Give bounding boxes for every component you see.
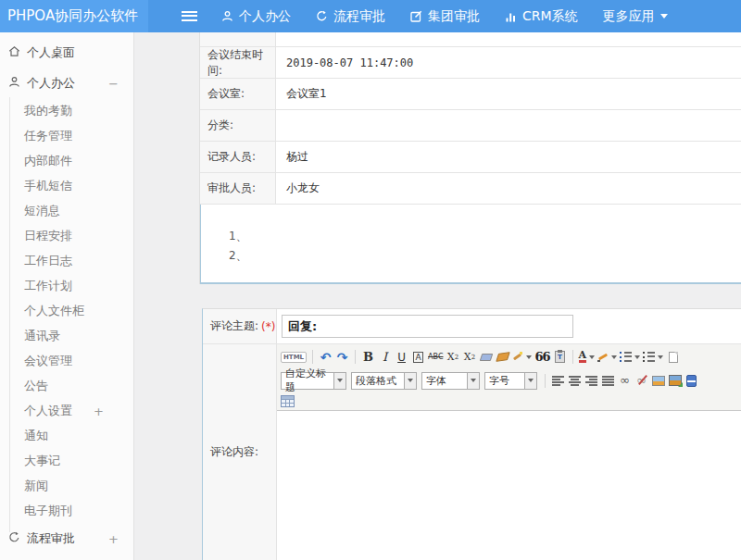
subscript-button[interactable]: X2 bbox=[462, 349, 476, 366]
sidebar-item-work-plan[interactable]: 工作计划 bbox=[0, 273, 133, 298]
toolbar-separator bbox=[312, 350, 313, 364]
insert-image-icon[interactable] bbox=[651, 372, 665, 389]
format-brush-icon[interactable] bbox=[496, 349, 509, 366]
bold-button[interactable]: B bbox=[361, 349, 375, 366]
boxed-a-label: A bbox=[413, 352, 422, 363]
app-window: PHPOA协同办公软件 个人办公 流程审批 集团审批 CRM系统 更多应用 bbox=[0, 0, 741, 560]
html-source-button[interactable]: HTML bbox=[281, 349, 307, 366]
caret-down-icon bbox=[634, 355, 640, 359]
insert-table-icon[interactable] bbox=[281, 392, 295, 409]
nav-crm-system[interactable]: CRM系统 bbox=[505, 8, 578, 25]
row-label: 会议室: bbox=[200, 79, 276, 109]
table-row: 会议室: 会议室1 bbox=[200, 79, 741, 110]
paragraph-format-select[interactable]: 段落格式 bbox=[351, 372, 417, 390]
sidebar-item-workflow-approval[interactable]: 流程审批 + bbox=[0, 523, 133, 554]
highlight-color-icon[interactable] bbox=[597, 349, 617, 366]
align-left-icon[interactable] bbox=[551, 372, 565, 389]
home-icon bbox=[8, 45, 20, 60]
sub-label: 2 bbox=[471, 354, 475, 361]
font-family-select[interactable]: 字体 bbox=[421, 372, 480, 390]
heading-select[interactable]: 自定义标题 bbox=[281, 372, 346, 390]
sidebar-item-label: 手机短信 bbox=[24, 178, 72, 194]
sidebar-item-label: 流程审批 bbox=[27, 530, 75, 547]
unordered-list-icon[interactable] bbox=[643, 349, 663, 366]
sidebar-item-big-events[interactable]: 大事记 bbox=[0, 448, 133, 473]
row-label: 分类: bbox=[200, 110, 276, 141]
italic-button[interactable]: I bbox=[378, 349, 392, 366]
nav-personal-office[interactable]: 个人办公 bbox=[221, 8, 291, 25]
border-text-button[interactable]: A bbox=[411, 349, 425, 366]
sidebar-item-label: 个人文件柜 bbox=[24, 303, 84, 319]
sidebar-item-short-message[interactable]: 短消息 bbox=[0, 198, 133, 223]
eraser-icon[interactable] bbox=[479, 349, 493, 366]
ordered-list-icon[interactable] bbox=[620, 349, 640, 366]
font-size-select[interactable]: 字号 bbox=[484, 372, 537, 390]
sidebar-item-notice[interactable]: 通知 bbox=[0, 423, 133, 448]
sidebar-item-meeting-management[interactable]: 会议管理 bbox=[0, 348, 133, 373]
remove-link-icon[interactable] bbox=[634, 372, 648, 389]
align-justify-icon[interactable] bbox=[601, 372, 615, 389]
insert-link-icon[interactable] bbox=[618, 372, 632, 389]
sidebar-item-mobile-sms[interactable]: 手机短信 bbox=[0, 173, 133, 198]
process-arrow-icon bbox=[8, 531, 20, 546]
top-nav: 个人办公 流程审批 集团审批 CRM系统 更多应用 bbox=[221, 8, 668, 25]
sidebar-item-task-management[interactable]: 任务管理 bbox=[0, 123, 133, 148]
hamburger-menu-icon[interactable] bbox=[182, 11, 197, 21]
sidebar-item-schedule[interactable]: 日程安排 bbox=[0, 223, 133, 248]
x-label: X bbox=[447, 351, 455, 363]
row-value bbox=[276, 110, 741, 141]
caret-down-icon[interactable] bbox=[524, 372, 537, 390]
collapse-toggle[interactable]: − bbox=[108, 76, 119, 90]
toolbar-separator bbox=[545, 374, 546, 388]
superscript-button[interactable]: X2 bbox=[446, 349, 459, 366]
sidebar-item-personal-office[interactable]: 个人办公 − bbox=[0, 68, 133, 98]
sidebar-item-label: 工作日志 bbox=[24, 253, 72, 269]
paste-icon[interactable] bbox=[553, 349, 567, 366]
nav-group-approval[interactable]: 集团审批 bbox=[410, 8, 480, 25]
align-center-icon[interactable] bbox=[568, 372, 582, 389]
redo-icon[interactable]: ↷ bbox=[335, 349, 349, 366]
sidebar-item-label: 个人桌面 bbox=[27, 44, 75, 61]
sidebar-item-personal-desktop[interactable]: 个人桌面 bbox=[0, 37, 133, 68]
font-color-button[interactable]: A bbox=[579, 349, 596, 366]
expand-toggle[interactable]: + bbox=[94, 404, 104, 417]
caret-down-icon[interactable] bbox=[404, 372, 417, 390]
comment-content-editarea[interactable] bbox=[277, 411, 741, 560]
sidebar-item-personal-settings[interactable]: 个人设置 + bbox=[0, 398, 133, 423]
quick-format-icon[interactable] bbox=[512, 349, 532, 366]
row-label: 会议结束时间: bbox=[200, 47, 276, 78]
sidebar-item-label: 任务管理 bbox=[24, 128, 72, 144]
sidebar-item-announcement[interactable]: 公告 bbox=[0, 373, 133, 398]
sidebar-item-work-log[interactable]: 工作日志 bbox=[0, 248, 133, 273]
strikethrough-button[interactable]: ABC bbox=[428, 349, 443, 366]
sidebar-item-personal-files[interactable]: 个人文件柜 bbox=[0, 298, 133, 323]
comment-subject-input[interactable] bbox=[282, 315, 573, 338]
insert-media-icon[interactable] bbox=[684, 372, 698, 389]
new-document-icon[interactable] bbox=[666, 349, 680, 366]
caret-down-icon[interactable] bbox=[467, 372, 480, 390]
align-right-icon[interactable] bbox=[584, 372, 598, 389]
edit-square-icon bbox=[410, 10, 422, 22]
main-content: 会议结束时间: 2019-08-07 11:47:00 会议室: 会议室1 分类… bbox=[134, 32, 741, 560]
row-label bbox=[200, 32, 276, 46]
upload-image-icon[interactable] bbox=[668, 372, 682, 389]
undo-icon[interactable]: ↶ bbox=[319, 349, 333, 366]
underline-button[interactable]: U bbox=[395, 349, 408, 366]
nav-more-apps[interactable]: 更多应用 bbox=[603, 8, 668, 25]
sidebar-item-my-attendance[interactable]: 我的考勤 bbox=[0, 98, 133, 123]
subject-label: 评论主题: bbox=[210, 318, 258, 334]
table-row: 会议结束时间: 2019-08-07 11:47:00 bbox=[200, 47, 741, 79]
sup-label: 2 bbox=[455, 354, 458, 361]
expand-toggle[interactable]: + bbox=[108, 531, 119, 545]
sidebar-item-label: 电子期刊 bbox=[24, 503, 72, 519]
sidebar-item-news[interactable]: 新闻 bbox=[0, 473, 133, 498]
sidebar-item-label: 个人设置 bbox=[24, 403, 72, 419]
nav-label: 更多应用 bbox=[603, 8, 655, 25]
sidebar-item-e-journal[interactable]: 电子期刊 bbox=[0, 498, 133, 523]
blockquote-button[interactable]: 66 bbox=[534, 349, 549, 366]
caret-down-icon[interactable] bbox=[333, 372, 346, 390]
app-logo: PHPOA协同办公软件 bbox=[0, 0, 148, 32]
nav-workflow-approval[interactable]: 流程审批 bbox=[316, 8, 385, 25]
sidebar-item-internal-mail[interactable]: 内部邮件 bbox=[0, 148, 133, 173]
sidebar-item-contacts[interactable]: 通讯录 bbox=[0, 323, 133, 348]
